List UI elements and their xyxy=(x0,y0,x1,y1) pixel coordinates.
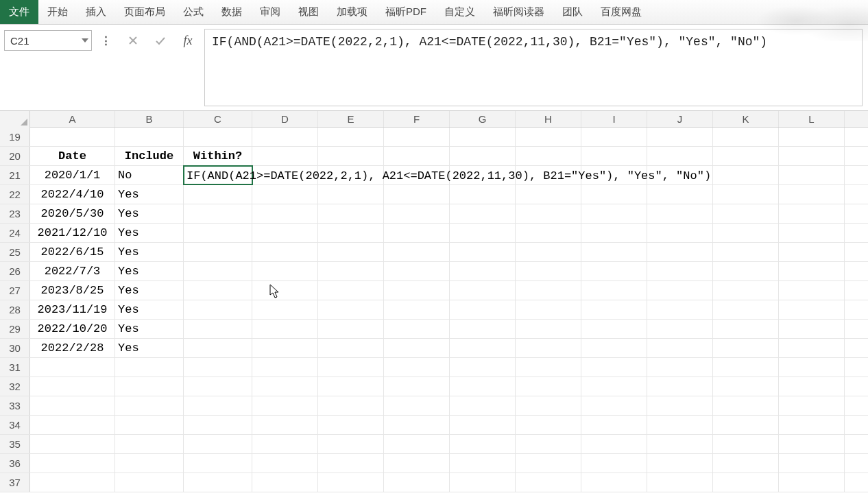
cell-A26[interactable]: 2022/7/3 xyxy=(30,262,115,280)
cell-L30[interactable] xyxy=(779,339,845,357)
cell-F24[interactable] xyxy=(384,224,450,242)
cell-K37[interactable] xyxy=(713,473,779,492)
cell-C35[interactable] xyxy=(184,435,252,453)
cell-H23[interactable] xyxy=(516,204,581,223)
cell-G24[interactable] xyxy=(450,224,516,242)
cell-B31[interactable] xyxy=(115,358,184,376)
cell-F31[interactable] xyxy=(384,358,450,376)
cell-K21[interactable] xyxy=(713,166,779,184)
cell-B25[interactable]: Yes xyxy=(115,243,184,261)
menu-item-2[interactable]: 插入 xyxy=(77,0,115,24)
cell-L29[interactable] xyxy=(779,320,845,338)
col-header-C[interactable]: C xyxy=(184,111,252,127)
menu-item-0[interactable]: 文件 xyxy=(0,0,38,24)
cell-E32[interactable] xyxy=(318,377,384,396)
cell-K32[interactable] xyxy=(713,377,779,396)
cell-A33[interactable] xyxy=(30,396,115,415)
row-header-32[interactable]: 32 xyxy=(0,377,30,396)
cell-I20[interactable] xyxy=(581,147,647,165)
cell-G20[interactable] xyxy=(450,147,516,165)
cell-E36[interactable] xyxy=(318,454,384,473)
row-header-21[interactable]: 21 xyxy=(0,166,30,184)
cell-D22[interactable] xyxy=(252,185,318,204)
cell-E26[interactable] xyxy=(318,262,384,280)
cell-D29[interactable] xyxy=(252,320,318,338)
cell-I28[interactable] xyxy=(581,300,647,319)
col-header-G[interactable]: G xyxy=(450,111,516,127)
cell-H27[interactable] xyxy=(516,281,581,300)
cell-H19[interactable] xyxy=(516,128,581,146)
cell-J23[interactable] xyxy=(647,204,713,223)
cell-G33[interactable] xyxy=(450,396,516,415)
col-header-K[interactable]: K xyxy=(713,111,779,127)
cell-C24[interactable] xyxy=(184,224,252,242)
cell-H22[interactable] xyxy=(516,185,581,204)
cell-I36[interactable] xyxy=(581,454,647,473)
row-header-22[interactable]: 22 xyxy=(0,185,30,204)
menu-item-10[interactable]: 自定义 xyxy=(435,0,484,24)
cell-J27[interactable] xyxy=(647,281,713,300)
row-header-36[interactable]: 36 xyxy=(0,454,30,473)
col-header-I[interactable]: I xyxy=(581,111,647,127)
cell-K34[interactable] xyxy=(713,416,779,434)
cell-I34[interactable] xyxy=(581,416,647,434)
cell-A24[interactable]: 2021/12/10 xyxy=(30,224,115,242)
cell-G29[interactable] xyxy=(450,320,516,338)
cell-G25[interactable] xyxy=(450,243,516,261)
cell-L19[interactable] xyxy=(779,128,845,146)
cell-C22[interactable] xyxy=(184,185,252,204)
cell-K20[interactable] xyxy=(713,147,779,165)
cell-C29[interactable] xyxy=(184,320,252,338)
cell-A29[interactable]: 2022/10/20 xyxy=(30,320,115,338)
cell-D33[interactable] xyxy=(252,396,318,415)
cell-H26[interactable] xyxy=(516,262,581,280)
cell-K19[interactable] xyxy=(713,128,779,146)
col-header-H[interactable]: H xyxy=(516,111,581,127)
cell-L22[interactable] xyxy=(779,185,845,204)
cell-A22[interactable]: 2022/4/10 xyxy=(30,185,115,204)
cancel-formula-button[interactable] xyxy=(123,30,143,51)
cell-E31[interactable] xyxy=(318,358,384,376)
cell-C34[interactable] xyxy=(184,416,252,434)
cell-B35[interactable] xyxy=(115,435,184,453)
cell-K28[interactable] xyxy=(713,300,779,319)
cell-E27[interactable] xyxy=(318,281,384,300)
accept-formula-button[interactable] xyxy=(151,30,170,51)
cell-E28[interactable] xyxy=(318,300,384,319)
col-header-D[interactable]: D xyxy=(252,111,318,127)
cell-F35[interactable] xyxy=(384,435,450,453)
cell-E37[interactable] xyxy=(318,473,384,492)
cell-D19[interactable] xyxy=(252,128,318,146)
cell-B24[interactable]: Yes xyxy=(115,224,184,242)
cell-I30[interactable] xyxy=(581,339,647,357)
col-header-F[interactable]: F xyxy=(384,111,450,127)
cell-J36[interactable] xyxy=(647,454,713,473)
cell-C21[interactable]: IF(AND(A21>=DATE(2022,2,1), A21<=DATE(20… xyxy=(184,166,252,184)
menu-item-5[interactable]: 数据 xyxy=(213,0,251,24)
row-header-20[interactable]: 20 xyxy=(0,147,30,165)
cell-F27[interactable] xyxy=(384,281,450,300)
chevron-down-icon[interactable] xyxy=(82,38,88,43)
cell-H37[interactable] xyxy=(516,473,581,492)
cell-H31[interactable] xyxy=(516,358,581,376)
cell-C23[interactable] xyxy=(184,204,252,223)
cell-E24[interactable] xyxy=(318,224,384,242)
cell-J25[interactable] xyxy=(647,243,713,261)
cell-H36[interactable] xyxy=(516,454,581,473)
cell-D24[interactable] xyxy=(252,224,318,242)
cell-C36[interactable] xyxy=(184,454,252,473)
cell-D34[interactable] xyxy=(252,416,318,434)
cell-J32[interactable] xyxy=(647,377,713,396)
cell-J35[interactable] xyxy=(647,435,713,453)
cell-H32[interactable] xyxy=(516,377,581,396)
cell-C28[interactable] xyxy=(184,300,252,319)
cell-E34[interactable] xyxy=(318,416,384,434)
fx-button[interactable]: fx xyxy=(178,30,197,51)
cell-E20[interactable] xyxy=(318,147,384,165)
cell-K22[interactable] xyxy=(713,185,779,204)
cell-F33[interactable] xyxy=(384,396,450,415)
cell-J26[interactable] xyxy=(647,262,713,280)
cell-F28[interactable] xyxy=(384,300,450,319)
row-header-25[interactable]: 25 xyxy=(0,243,30,261)
cell-I29[interactable] xyxy=(581,320,647,338)
